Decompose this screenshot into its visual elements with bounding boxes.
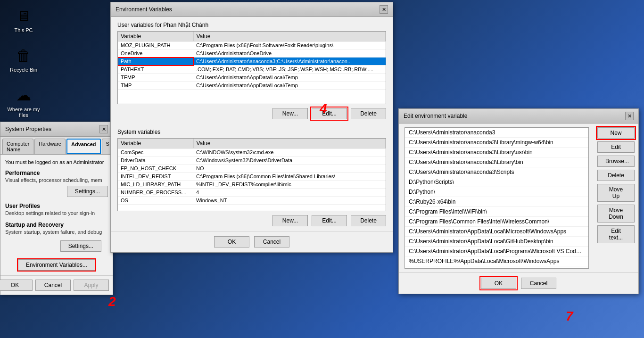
user-vars-section: User variables for Phan Nhật Chánh Varia… — [111, 17, 393, 124]
list-item[interactable]: C:\Users\Administrator\AppData\Local\Mic… — [405, 227, 588, 237]
tab-computer-name[interactable]: Computer Name — [2, 139, 33, 154]
sys-props-apply-button[interactable]: Apply — [74, 280, 109, 291]
edit-move-up-button[interactable]: Move Up — [597, 184, 635, 202]
user-profiles-section: User Profiles Desktop settings related t… — [5, 203, 108, 216]
list-item[interactable]: C:\Users\Administrator\AppData\Local\Git… — [405, 237, 588, 247]
this-pc-icon[interactable]: 🖥 This PC — [5, 5, 42, 35]
sys-props-cancel-button[interactable]: Cancel — [35, 280, 71, 291]
step-2-badge: 2 — [108, 294, 116, 309]
sys-delete-button[interactable]: Delete — [351, 215, 386, 226]
edit-env-window: Edit environment variable ✕ C:\Users\Adm… — [398, 108, 639, 294]
table-row[interactable]: TEMP C:\Users\Administrator\AppData\Loca… — [118, 74, 386, 82]
sys-var-col-header: Variable — [118, 139, 193, 148]
user-var-col-header: Variable — [118, 32, 193, 41]
list-item[interactable]: D:\Python\Scripts\ — [405, 177, 588, 187]
sys-vars-table: Variable Value ComSpec C:\WINDOWS\system… — [118, 139, 386, 205]
env-vars-ok-button[interactable]: OK — [214, 236, 249, 247]
user-profiles-title: User Profiles — [5, 203, 108, 209]
sys-vars-section: System variables Variable Value ComSpec … — [111, 124, 393, 231]
table-row[interactable]: MIC_LD_LIBRARY_PATH %INTEL_DEV_REDIST%co… — [118, 181, 386, 189]
user-edit-button[interactable]: Edit... — [312, 108, 347, 119]
list-item[interactable]: C:\Users\Administrator\AppData\Roaming\n… — [405, 266, 588, 269]
sys-props-ok-button[interactable]: OK — [0, 280, 33, 291]
sys-props-close-button[interactable]: ✕ — [99, 125, 108, 133]
edit-text-button[interactable]: Edit text... — [597, 225, 635, 243]
edit-edit-button[interactable]: Edit — [597, 141, 635, 153]
edit-new-button[interactable]: New — [597, 127, 635, 139]
edit-env-title-bar: Edit environment variable ✕ — [399, 109, 638, 124]
env-vars-close-button[interactable]: ✕ — [380, 5, 388, 14]
performance-section: Performance Visual effects, processor sc… — [5, 170, 108, 197]
admin-notice: You must be logged on as an Administrato… — [5, 159, 108, 165]
startup-title: Startup and Recovery — [5, 222, 108, 228]
recycle-bin-icon[interactable]: 🗑 Recycle Bin — [5, 44, 42, 74]
table-row[interactable]: OneDrive C:\Users\Administrator\OneDrive — [118, 49, 386, 58]
recycle-bin-image: 🗑 — [14, 46, 33, 65]
env-vars-title-text: Environment Variables — [116, 6, 172, 13]
table-row[interactable]: NUMBER_OF_PROCESSORS 4 — [118, 189, 386, 197]
step-4-badge: 4 — [320, 101, 327, 116]
user-delete-button[interactable]: Delete — [351, 108, 386, 119]
step-7-badge: 7 — [566, 309, 573, 324]
table-row[interactable]: MOZ_PLUGIN_PATH C:\Program Files (x86)\F… — [118, 41, 386, 49]
sys-vars-buttons: New... Edit... Delete — [117, 215, 386, 226]
table-row[interactable]: TMP C:\Users\Administrator\AppData\Local… — [118, 82, 386, 90]
list-item[interactable]: C:\Users\Administrator\AppData\Local\Pro… — [405, 247, 588, 256]
performance-settings-button[interactable]: Settings... — [67, 186, 108, 197]
edit-env-list: C:\Users\Administrator\anaconda3 C:\User… — [405, 127, 589, 269]
user-val-col-header: Value — [193, 32, 386, 41]
edit-env-close-button[interactable]: ✕ — [625, 112, 634, 120]
edit-env-title-text: Edit environment variable — [404, 113, 467, 119]
where-my-files-icon[interactable]: ☁ Where are my files — [5, 84, 42, 120]
edit-env-footer: OK Cancel — [399, 272, 638, 294]
edit-browse-button[interactable]: Browse... — [597, 156, 635, 167]
settings-btn-container: Settings... — [5, 240, 108, 256]
env-vars-window: Environment Variables ✕ User variables f… — [110, 2, 393, 253]
this-pc-label: This PC — [14, 27, 33, 33]
sys-val-col-header: Value — [193, 139, 386, 148]
table-row[interactable]: FP_NO_HOST_CHECK NO — [118, 165, 386, 173]
environment-variables-button[interactable]: Environment Variables... — [18, 259, 95, 271]
path-table-row[interactable]: Path C:\Users\Administrator\anaconda3;C:… — [118, 58, 386, 66]
table-row[interactable]: ComSpec C:\WINDOWS\system32\cmd.exe — [118, 148, 386, 157]
edit-delete-button[interactable]: Delete — [597, 170, 635, 181]
env-vars-cancel-button[interactable]: Cancel — [254, 236, 289, 247]
list-item[interactable]: C:\Users\Administrator\anaconda3\Library… — [405, 148, 588, 157]
tab-hardware[interactable]: Hardware — [34, 139, 66, 154]
list-item[interactable]: C:\Users\Administrator\anaconda3\Library… — [405, 138, 588, 148]
recycle-bin-label: Recycle Bin — [10, 67, 37, 73]
list-item[interactable]: C:\Ruby26-x64\bin — [405, 197, 588, 207]
tab-advanced[interactable]: Advanced — [66, 139, 101, 154]
edit-move-down-button[interactable]: Move Down — [597, 205, 635, 223]
where-my-files-label: Where are my files — [7, 107, 41, 118]
sys-new-button[interactable]: New... — [272, 215, 308, 226]
edit-env-cancel-button[interactable]: Cancel — [521, 278, 556, 289]
sys-vars-title: System variables — [117, 129, 386, 135]
sys-vars-table-container: Variable Value ComSpec C:\WINDOWS\system… — [117, 138, 386, 211]
table-row[interactable]: INTEL_DEV_REDIST C:\Program Files (x86)\… — [118, 173, 386, 181]
where-my-files-image: ☁ — [14, 86, 33, 105]
list-item[interactable]: C:\Program Files\Common Files\Intel\Wire… — [405, 217, 588, 227]
user-vars-buttons: New... Edit... Delete — [117, 108, 386, 119]
sys-edit-button[interactable]: Edit... — [312, 215, 347, 226]
list-item[interactable]: C:\Users\Administrator\anaconda3 — [405, 128, 588, 138]
list-item[interactable]: C:\Users\Administrator\anaconda3\Library… — [405, 157, 588, 167]
table-row[interactable]: OS Windows_NT — [118, 197, 386, 205]
user-vars-table-container: Variable Value MOZ_PLUGIN_PATH C:\Progra… — [117, 31, 386, 104]
startup-recovery-section: Startup and Recovery System startup, sys… — [5, 222, 108, 235]
list-item[interactable]: %USERPROFILE%\AppData\Local\Microsoft\Wi… — [405, 256, 588, 266]
table-row[interactable]: DriverData C:\Windows\System32\Drivers\D… — [118, 157, 386, 165]
edit-env-ok-button[interactable]: OK — [481, 278, 516, 289]
performance-desc: Visual effects, processor scheduling, me… — [5, 177, 108, 183]
settings-button[interactable]: Settings... — [60, 240, 101, 252]
edit-env-side-buttons: New Edit Browse... Delete Move Up Move D… — [594, 127, 638, 243]
user-new-button[interactable]: New... — [272, 108, 308, 119]
user-vars-table: Variable Value MOZ_PLUGIN_PATH C:\Progra… — [118, 32, 386, 90]
list-item[interactable]: C:\Program Files\Intel\WiFi\bin\ — [405, 207, 588, 217]
list-item[interactable]: C:\Users\Administrator\anaconda3\Scripts — [405, 167, 588, 177]
system-properties-window: System Properties ✕ Computer Name Hardwa… — [0, 122, 113, 295]
path-variable-cell: Path — [118, 58, 193, 66]
table-row[interactable]: PATHEXT .COM;.EXE;.BAT;.CMD;.VBS;.VBE;.J… — [118, 66, 386, 74]
list-item[interactable]: D:\Python\ — [405, 187, 588, 197]
desktop: 🖥 This PC 🗑 Recycle Bin ☁ Where are my f… — [0, 0, 644, 338]
